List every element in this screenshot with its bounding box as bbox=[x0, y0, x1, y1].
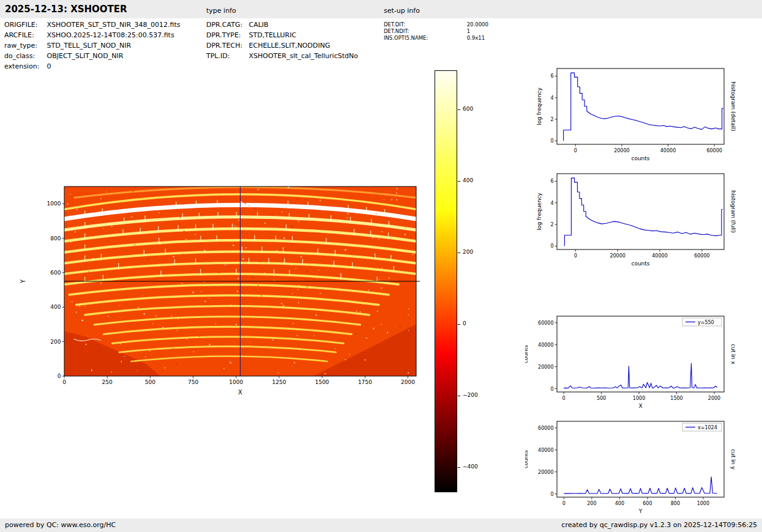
info-value: STD_TELL_SLIT_NOD_NIR bbox=[47, 42, 132, 50]
info-value: 20.0000 bbox=[467, 21, 488, 28]
colorbar-tick-label: −400 bbox=[463, 464, 478, 470]
y-tick-label: 2 bbox=[550, 222, 553, 227]
y-axis-label: log frequency bbox=[536, 87, 542, 125]
x-tick-label: 2000 bbox=[708, 396, 720, 401]
info-value: XSHOOTER_slt_cal_TelluricStdNo bbox=[249, 52, 358, 60]
header-bar: 2025-12-13: XSHOOTER type info set-up in… bbox=[0, 0, 762, 18]
info-value: STD,TELLURIC bbox=[249, 31, 297, 39]
info-row-dprcatg: DPR.CATG: CALIB bbox=[206, 21, 358, 31]
echelle-order bbox=[77, 295, 379, 305]
y-axis-label: counts bbox=[525, 450, 529, 468]
echelle-order bbox=[69, 285, 389, 295]
type-info-heading: type info bbox=[206, 7, 236, 15]
echelle-order bbox=[64, 274, 398, 284]
data-line bbox=[564, 178, 722, 246]
colorbar-tick bbox=[458, 253, 460, 253]
x-tick-label: 600 bbox=[643, 501, 652, 506]
info-value: ECHELLE,SLIT,NODDING bbox=[249, 42, 331, 50]
data-line bbox=[564, 363, 717, 388]
histogram-full-plot: 02000040000600000246countslog frequencyh… bbox=[525, 169, 736, 274]
legend-box bbox=[682, 318, 722, 326]
info-label: ARCFILE: bbox=[4, 31, 45, 39]
x-tick-label: 40000 bbox=[660, 148, 676, 153]
y-axis-label: log frequency bbox=[536, 192, 542, 230]
footer-left-text: powered by QC: www.eso.org/HC bbox=[5, 521, 116, 529]
info-label: DPR.TECH: bbox=[206, 42, 247, 50]
y-axis-label: counts bbox=[525, 345, 529, 363]
y-tick-label: 20000 bbox=[538, 364, 553, 370]
y-tick-label: 4 bbox=[550, 201, 553, 206]
y-axis-label: Y bbox=[20, 279, 26, 284]
info-row-detndit: DET.NDIT: 1 bbox=[384, 28, 488, 35]
x-tick-label: 800 bbox=[671, 501, 680, 506]
x-tick-label: 2000 bbox=[401, 379, 415, 385]
right-axis-label: cut in y bbox=[730, 449, 736, 470]
y-tick-label: 600 bbox=[50, 270, 61, 276]
x-tick-label: 400 bbox=[615, 501, 624, 506]
info-row-dprtech: DPR.TECH: ECHELLE,SLIT,NODDING bbox=[206, 42, 358, 52]
info-value: XSHOOTER_SLT_STD_NIR_348_0012.fits bbox=[47, 21, 181, 29]
x-tick-label: 250 bbox=[102, 379, 113, 385]
y-tick-label: 1000 bbox=[47, 201, 61, 207]
info-label: raw_type: bbox=[4, 42, 45, 50]
cut-in-x-plot: 05001000150020000200004000060000Xcountsc… bbox=[525, 311, 736, 416]
echelle-order bbox=[113, 337, 344, 344]
x-tick-label: 60000 bbox=[694, 253, 709, 259]
y-tick-label: 60000 bbox=[538, 426, 553, 431]
y-tick-label: 20000 bbox=[538, 470, 553, 475]
colorbar-tick-label: 200 bbox=[463, 249, 473, 255]
legend-label: x=1024 bbox=[698, 425, 717, 430]
info-value: 0 bbox=[47, 62, 51, 70]
x-tick-label: 500 bbox=[145, 379, 155, 385]
colorbar-tick bbox=[458, 324, 460, 325]
x-tick-label: 60000 bbox=[706, 148, 722, 153]
footer-bar: powered by QC: www.eso.org/HC created by… bbox=[0, 519, 762, 532]
file-info-block: ORIGFILE: XSHOOTER_SLT_STD_NIR_348_0012.… bbox=[4, 21, 180, 73]
echelle-order bbox=[64, 263, 416, 274]
x-tick-label: 20000 bbox=[614, 148, 629, 153]
x-tick-label: 750 bbox=[188, 379, 198, 385]
colorbar-tick bbox=[458, 467, 460, 468]
y-tick-label: 0 bbox=[550, 243, 553, 249]
x-tick-label: 1000 bbox=[697, 501, 709, 506]
info-value: OBJECT_SLIT_NOD_NIR bbox=[47, 52, 124, 60]
y-tick-label: 6 bbox=[550, 179, 553, 184]
x-tick-label: 1500 bbox=[315, 379, 329, 385]
plot-frame bbox=[557, 316, 724, 392]
echelle-order bbox=[75, 187, 416, 198]
info-label: DET.NDIT: bbox=[384, 28, 465, 34]
info-label: do_class: bbox=[4, 52, 45, 60]
info-value: CALIB bbox=[249, 21, 269, 29]
y-tick-label: 800 bbox=[50, 235, 61, 242]
info-value: 1 bbox=[467, 28, 470, 34]
x-tick-label: 40000 bbox=[652, 253, 667, 259]
plot-frame bbox=[557, 68, 724, 144]
colorbar-tick-label: 0 bbox=[463, 320, 466, 327]
info-row-tplid: TPL.ID: XSHOOTER_slt_cal_TelluricStdNo bbox=[206, 52, 358, 62]
x-tick-label: 0 bbox=[62, 379, 66, 385]
x-tick-label: 0 bbox=[574, 148, 577, 153]
setup-info-block: DET.DIT: 20.0000 DET.NDIT: 1 INS.OPTI5.N… bbox=[384, 21, 488, 42]
info-label: DPR.TYPE: bbox=[206, 31, 247, 39]
info-row-origfile: ORIGFILE: XSHOOTER_SLT_STD_NIR_348_0012.… bbox=[4, 21, 180, 31]
detector-image-plot: 0250500750100012501500175020000200400600… bbox=[18, 181, 424, 406]
x-tick-label: 1750 bbox=[358, 379, 372, 385]
y-tick-label: 0 bbox=[550, 386, 553, 392]
echelle-order bbox=[64, 217, 416, 230]
echelle-order bbox=[64, 252, 416, 264]
y-tick-label: 40000 bbox=[538, 448, 553, 453]
echelle-order bbox=[94, 317, 360, 325]
page-title: 2025-12-13: XSHOOTER bbox=[5, 4, 127, 15]
y-tick-label: 0 bbox=[550, 492, 553, 497]
x-tick-label: 500 bbox=[597, 396, 606, 401]
info-label: TPL.ID: bbox=[206, 52, 247, 60]
info-row-extension: extension: 0 bbox=[4, 62, 180, 73]
y-tick-label: 0 bbox=[550, 138, 553, 144]
echelle-order bbox=[119, 347, 336, 353]
x-tick-label: 20000 bbox=[610, 253, 625, 259]
info-row-doclass: do_class: OBJECT_SLIT_NOD_NIR bbox=[4, 52, 180, 62]
echelle-order bbox=[104, 327, 352, 334]
y-tick-label: 0 bbox=[58, 373, 61, 379]
x-tick-label: 1500 bbox=[670, 396, 682, 401]
detector-background bbox=[64, 187, 416, 376]
